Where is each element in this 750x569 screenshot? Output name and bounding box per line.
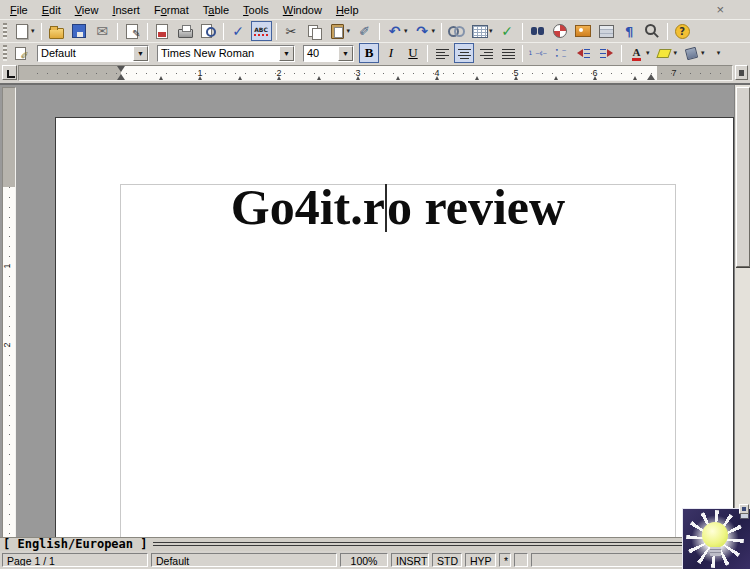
save-icon[interactable] <box>69 21 90 41</box>
chevron-down-icon[interactable]: ▾ <box>432 27 436 35</box>
toolbar-separator <box>147 23 148 40</box>
menu-insert[interactable]: Insert <box>105 3 147 17</box>
scrollbar-thumb[interactable] <box>736 87 750 267</box>
font-name-value[interactable]: Times New Roman <box>158 46 279 61</box>
toolbar-separator <box>41 23 42 40</box>
align-center-icon[interactable] <box>454 43 474 63</box>
font-size-combo[interactable]: 40 ▼ <box>303 45 354 62</box>
font-name-combo[interactable]: Times New Roman ▼ <box>157 45 295 62</box>
menu-edit[interactable]: Edit <box>35 3 68 17</box>
menu-window[interactable]: Window <box>276 3 329 17</box>
table-icon[interactable]: ▾ <box>469 21 495 41</box>
chevron-down-icon[interactable]: ▾ <box>404 27 408 35</box>
data-sources-icon[interactable] <box>596 21 617 41</box>
bullets-icon[interactable] <box>550 43 571 63</box>
vertical-scrollbar[interactable] <box>734 85 750 537</box>
menu-help[interactable]: Help <box>329 3 366 17</box>
help-agent-window[interactable] <box>682 508 750 569</box>
chevron-down-icon[interactable]: ▼ <box>279 46 294 61</box>
increase-indent-icon[interactable] <box>596 43 617 63</box>
menu-file[interactable]: File <box>3 3 35 17</box>
undo-icon[interactable]: ▾ <box>384 21 410 41</box>
justify-icon[interactable] <box>498 43 518 63</box>
align-left-icon[interactable] <box>432 43 452 63</box>
menu-table[interactable]: Table <box>196 3 236 17</box>
draw-functions-icon[interactable] <box>497 21 518 41</box>
chevron-down-icon[interactable]: ▼ <box>133 46 148 61</box>
menu-format[interactable]: Format <box>147 3 196 17</box>
nonprinting-characters-icon[interactable] <box>619 21 640 41</box>
decrease-indent-icon[interactable] <box>573 43 594 63</box>
document-page[interactable]: Go4it.ro review <box>55 117 734 537</box>
align-right-icon[interactable] <box>476 43 496 63</box>
horizontal-ruler[interactable]: 1234567 <box>18 65 733 81</box>
open-icon[interactable] <box>46 21 67 41</box>
print-icon[interactable] <box>175 21 196 41</box>
left-indent-marker[interactable] <box>117 74 125 80</box>
status-empty-cell-2[interactable] <box>531 553 683 567</box>
redo-icon[interactable]: ▾ <box>412 21 438 41</box>
right-indent-marker[interactable] <box>647 74 655 80</box>
underline-button[interactable]: U <box>403 43 423 63</box>
help-icon[interactable] <box>672 21 693 41</box>
cut-icon[interactable] <box>281 21 302 41</box>
lightbulb-base <box>710 547 721 556</box>
status-hyperlink-mode[interactable]: HYP <box>465 553 496 567</box>
page-preview-icon[interactable] <box>198 21 219 41</box>
hyperlink-icon[interactable] <box>446 21 467 41</box>
status-page-indicator[interactable]: Page 1 / 1 <box>2 553 148 567</box>
find-replace-icon[interactable] <box>527 21 548 41</box>
vertical-ruler[interactable]: 12 <box>2 87 16 537</box>
bold-button[interactable]: B <box>359 43 379 63</box>
chevron-down-icon[interactable]: ▾ <box>646 49 650 57</box>
highlighting-icon[interactable]: ▾ <box>654 43 680 63</box>
new-document-icon[interactable]: ▾ <box>11 21 37 41</box>
copy-icon[interactable] <box>304 21 325 41</box>
gallery-icon[interactable] <box>573 21 594 41</box>
ruler-row: 1234567 <box>0 63 750 83</box>
edit-file-icon[interactable] <box>122 21 143 41</box>
close-icon[interactable]: × <box>716 3 724 16</box>
tab-type-selector-icon[interactable] <box>2 65 17 80</box>
first-line-indent-marker[interactable] <box>117 66 125 72</box>
menu-tools[interactable]: Tools <box>236 3 276 17</box>
ruler-tick-dots <box>37 73 724 74</box>
status-insert-mode[interactable]: INSRT <box>391 553 429 567</box>
status-page-style[interactable]: Default <box>151 553 337 567</box>
numbering-icon[interactable] <box>527 43 548 63</box>
spellcheck-icon[interactable] <box>228 21 249 41</box>
status-empty-cell-1[interactable] <box>514 553 528 567</box>
lightbulb-icon[interactable] <box>702 522 728 548</box>
chevron-down-icon[interactable]: ▾ <box>31 27 35 35</box>
formatting-toolbar: Default ▼ Times New Roman ▼ 40 ▼ BIU▾▾▾ <box>0 42 750 63</box>
paste-icon[interactable]: ▾ <box>327 21 353 41</box>
chevron-down-icon[interactable]: ▾ <box>489 27 493 35</box>
zoom-icon[interactable] <box>642 21 663 41</box>
email-icon[interactable] <box>92 21 113 41</box>
status-zoom-level[interactable]: 100% <box>340 553 388 567</box>
autospellcheck-icon[interactable] <box>251 21 272 41</box>
export-pdf-icon[interactable] <box>152 21 173 41</box>
background-color-icon[interactable]: ▾ <box>681 43 707 63</box>
format-paintbrush-icon[interactable] <box>354 21 375 41</box>
chevron-down-icon[interactable]: ▾ <box>701 49 705 57</box>
paragraph-style-value[interactable]: Default <box>38 46 133 61</box>
chevron-down-icon[interactable]: ▾ <box>674 49 678 57</box>
menu-view[interactable]: View <box>68 3 106 17</box>
font-size-value[interactable]: 40 <box>304 46 338 61</box>
toolbar-grip[interactable] <box>3 45 7 61</box>
toolbar-options-icon[interactable] <box>709 43 729 63</box>
paragraph-style-combo[interactable]: Default ▼ <box>37 45 149 62</box>
navigator-icon[interactable] <box>550 21 571 41</box>
document-title-text[interactable]: Go4it.ro review <box>120 178 676 236</box>
status-selection-mode[interactable]: STD <box>432 553 462 567</box>
chevron-down-icon[interactable]: ▾ <box>347 27 351 35</box>
ruler-end-button[interactable] <box>735 65 748 80</box>
scrollbar-split-button[interactable] <box>739 504 749 514</box>
styles-icon[interactable] <box>11 43 32 63</box>
status-modified-flag[interactable]: * <box>499 553 511 567</box>
italic-button[interactable]: I <box>381 43 401 63</box>
chevron-down-icon[interactable]: ▼ <box>338 46 353 61</box>
font-color-icon[interactable]: ▾ <box>626 43 652 63</box>
toolbar-grip[interactable] <box>3 23 7 39</box>
